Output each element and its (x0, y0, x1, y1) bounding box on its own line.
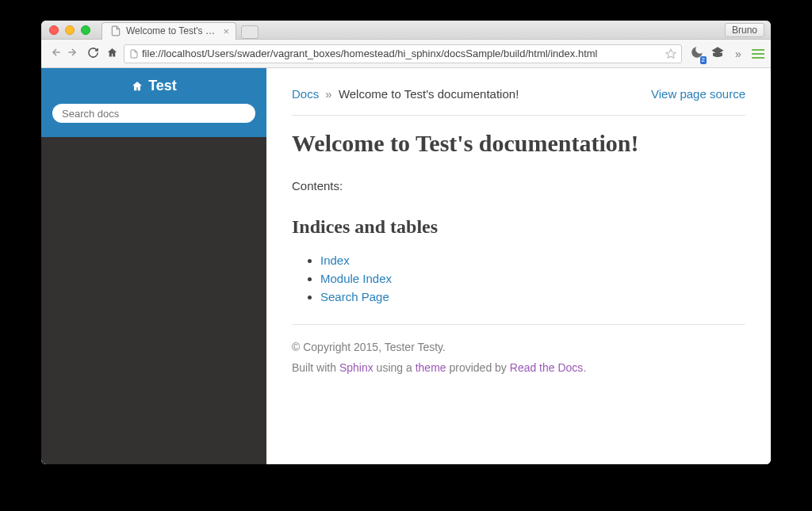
view-source-link[interactable]: View page source (651, 87, 745, 101)
close-window-button[interactable] (49, 25, 59, 35)
index-link[interactable]: Index (320, 254, 350, 267)
traffic-lights (41, 25, 90, 35)
contents-label: Contents: (292, 179, 745, 193)
page-footer: © Copyright 2015, Tester Testy. Built wi… (292, 341, 745, 374)
tab-title: Welcome to Test's docume (126, 25, 218, 36)
overflow-icon[interactable]: » (731, 48, 745, 60)
breadcrumb-current: Welcome to Test's documentation! (339, 87, 519, 101)
extension-moon-icon[interactable]: 2 (690, 45, 704, 62)
rtd-link[interactable]: Read the Docs (510, 361, 584, 374)
menu-icon[interactable] (752, 49, 764, 59)
search-container (52, 104, 255, 123)
browser-window: Welcome to Test's docume × Bruno file://… (41, 21, 771, 464)
search-page-link[interactable]: Search Page (320, 290, 389, 303)
minimize-window-button[interactable] (65, 25, 75, 35)
sphinx-link[interactable]: Sphinx (339, 361, 373, 374)
project-title[interactable]: Test (52, 78, 255, 94)
module-index-link[interactable]: Module Index (320, 272, 392, 285)
list-item: Module Index (320, 272, 745, 285)
svg-marker-2 (666, 49, 676, 58)
toolbar-extensions: 2 » (687, 45, 764, 62)
breadcrumb-root-link[interactable]: Docs (292, 87, 319, 101)
project-title-text: Test (148, 78, 177, 94)
search-input[interactable] (62, 108, 246, 120)
home-button[interactable] (105, 47, 119, 61)
built-with-text: Built with Sphinx using a theme provided… (292, 361, 745, 374)
address-bar[interactable]: file://localhost/Users/swader/vagrant_bo… (124, 44, 682, 63)
section-heading: Indices and tables (292, 216, 745, 238)
page-heading: Welcome to Test's documentation! (292, 130, 745, 157)
reload-button[interactable] (86, 47, 100, 61)
new-tab-button[interactable] (241, 25, 259, 39)
close-tab-icon[interactable]: × (223, 25, 229, 37)
theme-link[interactable]: theme (416, 361, 446, 374)
back-button[interactable] (48, 46, 62, 61)
sidebar: Test (41, 68, 266, 464)
index-links-list: Index Module Index Search Page (292, 254, 745, 303)
list-item: Index (320, 254, 745, 267)
copyright-text: © Copyright 2015, Tester Testy. (292, 341, 745, 353)
main-content: Docs » Welcome to Test's documentation! … (266, 68, 771, 464)
file-icon (110, 25, 121, 36)
sidebar-body (41, 137, 266, 464)
window-titlebar: Welcome to Test's docume × Bruno (41, 21, 771, 40)
breadcrumb-separator: » (325, 87, 331, 101)
file-icon (129, 48, 139, 59)
url-text: file://localhost/Users/swader/vagrant_bo… (142, 48, 662, 59)
list-item: Search Page (320, 290, 745, 303)
badge-count: 2 (700, 56, 707, 64)
divider (292, 324, 745, 325)
browser-tab[interactable]: Welcome to Test's docume × (102, 22, 236, 40)
sidebar-header: Test (41, 68, 266, 137)
maximize-window-button[interactable] (81, 25, 90, 35)
forward-button[interactable] (67, 46, 81, 61)
breadcrumb: Docs » Welcome to Test's documentation! … (292, 87, 745, 116)
page-content: Test Docs » Welcome to Test's documentat… (41, 68, 771, 464)
home-icon (131, 80, 144, 93)
tab-bar: Welcome to Test's docume × (102, 21, 259, 40)
browser-toolbar: file://localhost/Users/swader/vagrant_bo… (41, 40, 771, 68)
bookmark-star-icon[interactable] (665, 48, 676, 59)
profile-button[interactable]: Bruno (725, 23, 764, 37)
extension-hat-icon[interactable] (710, 45, 725, 62)
